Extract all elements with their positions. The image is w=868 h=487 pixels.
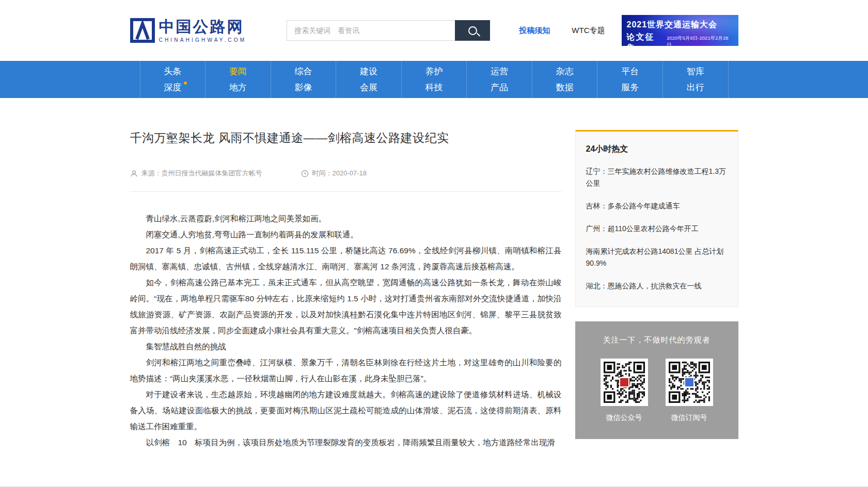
article-body: 青山绿水,云蒸霞蔚,剑河和榕江两地之间美景如画。 闭塞交通,人穷地贫,弯弯山路一…: [130, 210, 562, 450]
hot-item[interactable]: 吉林：多条公路今年建成通车: [586, 200, 728, 212]
nav-column: 运营 产品: [466, 61, 532, 98]
qr-label: 微信公众号: [601, 413, 648, 423]
clock-icon: [301, 170, 309, 177]
nav-item-jianshe[interactable]: 建设: [360, 65, 377, 78]
conference-ad-banner[interactable]: 2021世界交通运输大会 论文征集 2020年5月8日-2021年2月28日: [622, 15, 738, 46]
hot-item[interactable]: 广州：超110公里农村公路今年开工: [586, 223, 728, 235]
article-paragraph: 剑河和榕江两地之间重峦叠嶂、江河纵横、景象万千，清朝名臣林则徐在行经这片土地，对…: [130, 354, 562, 386]
link-submission-guide[interactable]: 投稿须知: [519, 26, 550, 36]
nav-column: 建设 会展: [336, 61, 401, 98]
nav-item-shuju[interactable]: 数据: [556, 81, 574, 94]
nav-item-chuxing[interactable]: 出行: [687, 81, 704, 94]
hot-articles-panel: 24小时热文 辽宁：三年实施农村公路维修改造工程1.3万公里 吉林：多条公路今年…: [575, 130, 738, 307]
qr-item: 微信订阅号: [666, 359, 713, 423]
header-links: 投稿须知 WTC专题: [519, 26, 605, 36]
nav-item-yanghu[interactable]: 养护: [425, 65, 443, 78]
qr-center-logo: [684, 377, 695, 387]
main-content: 千沟万壑架长龙 风雨不惧建通途——剑榕高速公路建设纪实 来源：贵州日报当代融媒体…: [0, 98, 868, 450]
search-input[interactable]: [287, 20, 455, 41]
article-paragraph: 2017 年 5 月，剑榕高速正式动工，全长 115.115 公里，桥隧比高达 …: [130, 242, 562, 274]
notification-dot: [184, 82, 187, 85]
nav-item-pingtai[interactable]: 平台: [621, 65, 639, 78]
search-icon: [468, 26, 477, 35]
nav-item-yaowen[interactable]: 要闻: [229, 65, 247, 78]
search-bar: [287, 20, 490, 41]
main-nav: 头条 深度 要闻 地方 综合 影像 建设 会展 养护 科技 运营 产品 杂志: [0, 61, 868, 98]
article: 千沟万壑架长龙 风雨不惧建通途——剑榕高速公路建设纪实 来源：贵州日报当代融媒体…: [130, 130, 562, 450]
nav-item-yunying[interactable]: 运营: [491, 65, 508, 78]
article-time-text: 时间：2020-07-18: [312, 169, 367, 178]
wechat-follow-panel: 关注一下，不做时代的旁观者 微信公众号 微信: [575, 321, 738, 439]
hot-item[interactable]: 湖北：恩施公路人，抗洪救灾在一线: [586, 280, 728, 292]
nav-item-zazhi[interactable]: 杂志: [556, 65, 574, 78]
article-paragraph: 闭塞交通,人穷地贫,弯弯山路一直制约着两县的发展和联通。: [130, 226, 562, 242]
nav-column: 综合 影像: [271, 61, 336, 98]
article-title: 千沟万壑架长龙 风雨不惧建通途——剑榕高速公路建设纪实: [130, 130, 562, 146]
qr-item: 微信公众号: [601, 359, 648, 423]
article-paragraph: 如今，剑榕高速公路已基本完工，虽未正式通车，但从高空眺望，宽阔通畅的高速公路犹如…: [130, 274, 562, 338]
nav-item-yingxiang[interactable]: 影像: [294, 81, 312, 94]
article-paragraph: 对于建设者来说，生态越原始，环境越幽闭的地方建设难度就越大。剑榕高速的建设除了便…: [130, 386, 562, 434]
sidebar: 24小时热文 辽宁：三年实施农村公路维修改造工程1.3万公里 吉林：多条公路今年…: [575, 130, 738, 439]
article-source-text: 来源：贵州日报当代融媒体集团官方帐号: [141, 169, 262, 178]
nav-item-zhiku[interactable]: 智库: [687, 65, 704, 78]
site-header: 中国公路网 CHINAHIGHWAY.COM 投稿须知 WTC专题 2021世界…: [0, 0, 868, 61]
nav-column: 养护 科技: [401, 61, 467, 98]
nav-column: 平台 服务: [597, 61, 662, 98]
ad-dates: 2020年5月8日-2021年2月28日: [667, 35, 733, 46]
nav-item-difang[interactable]: 地方: [229, 81, 247, 94]
nav-column: 头条 深度: [140, 61, 206, 98]
nav-column: 要闻 地方: [205, 61, 271, 98]
hot-panel-title: 24小时热文: [586, 144, 728, 155]
qr-center-logo: [619, 377, 629, 387]
wechat-subscription-qr-code: [666, 359, 713, 406]
nav-item-zonghe[interactable]: 综合: [294, 65, 312, 78]
meta-divider: [130, 191, 562, 192]
nav-item-label: 深度: [164, 83, 181, 92]
article-paragraph: 以剑榕 10 标项目为例，该项目所处地质为节理裂隙发育的变质板岩，降雨频繁且雨量…: [130, 434, 562, 450]
wechat-official-qr-code: [601, 359, 648, 406]
article-time: 时间：2020-07-18: [301, 169, 367, 178]
hot-item[interactable]: 辽宁：三年实施农村公路维修改造工程1.3万公里: [586, 166, 728, 189]
nav-column: 杂志 数据: [532, 61, 597, 98]
logo-subtitle: CHINAHIGHWAY.COM: [159, 37, 247, 43]
nav-item-toutiao[interactable]: 头条: [164, 65, 181, 78]
nav-item-fuwu[interactable]: 服务: [621, 81, 639, 94]
logo-title: 中国公路网: [159, 18, 247, 36]
nav-item-huizhan[interactable]: 会展: [360, 81, 377, 94]
hot-item[interactable]: 海南累计完成农村公路14081公里 占总计划90.9%: [586, 246, 728, 269]
article-meta: 来源：贵州日报当代融媒体集团官方帐号 时间：2020-07-18: [130, 169, 562, 178]
site-logo[interactable]: 中国公路网 CHINAHIGHWAY.COM: [130, 18, 247, 43]
article-paragraph: 青山绿水,云蒸霞蔚,剑河和榕江两地之间美景如画。: [130, 210, 562, 226]
nav-item-keji[interactable]: 科技: [425, 81, 443, 94]
ad-subtitle: 论文征集: [627, 32, 664, 46]
article-paragraph: 集智慧战胜自然的挑战: [130, 338, 562, 354]
logo-icon: [130, 18, 155, 43]
person-icon: [130, 170, 138, 177]
qr-label: 微信订阅号: [666, 413, 713, 423]
article-source: 来源：贵州日报当代融媒体集团官方帐号: [130, 169, 262, 178]
follow-panel-title: 关注一下，不做时代的旁观者: [575, 335, 738, 345]
ad-title: 2021世界交通运输大会: [627, 20, 733, 30]
search-button[interactable]: [455, 20, 490, 41]
nav-item-chanpin[interactable]: 产品: [491, 81, 508, 94]
nav-column: 智库 出行: [662, 61, 729, 98]
link-wtc-special[interactable]: WTC专题: [572, 26, 605, 36]
nav-item-shendu[interactable]: 深度: [164, 81, 181, 94]
